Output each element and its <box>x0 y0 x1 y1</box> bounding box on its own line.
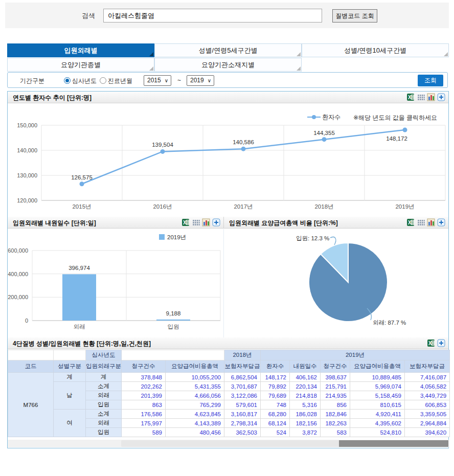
data-grid-icon[interactable] <box>417 93 425 101</box>
tab-item[interactable]: 성별/연령5세구간별 <box>154 43 302 57</box>
column-header: 입원외래구분 <box>86 360 122 373</box>
group-header-2019: 2019년 <box>261 350 450 360</box>
bar-section-header: 입원외래별 내원일수 [단위:일] X <box>8 217 224 229</box>
bar-chart-icon[interactable] <box>202 218 210 226</box>
year-to-value: 2019 <box>190 77 204 84</box>
visit-type-cell: 외래 <box>86 391 122 400</box>
bar-legend-swatch <box>159 234 165 240</box>
value-cell: 3,872 <box>290 428 321 437</box>
search-input[interactable] <box>103 9 322 22</box>
visit-type-cell: 소계 <box>86 410 122 419</box>
bar-chart-icon[interactable] <box>427 93 435 101</box>
column-header: 요양급여비용총액 <box>350 360 405 373</box>
excel-export-icon[interactable]: X <box>406 218 415 226</box>
excel-export-icon[interactable]: X <box>427 339 435 347</box>
data-point[interactable] <box>322 137 327 142</box>
visit-type-cell: 입원 <box>86 428 122 437</box>
table-title: 4단질병 성별/입원외래별 현황 [단위:명,일,건,천원] <box>13 339 151 348</box>
column-header: 청구건수 <box>122 360 166 373</box>
query-button[interactable]: 조회 <box>418 75 443 86</box>
column-header: 보험자부담금 <box>405 360 450 373</box>
value-cell: 3,449,729 <box>405 391 450 400</box>
svg-text:X: X <box>428 341 432 346</box>
data-point[interactable] <box>403 127 407 132</box>
value-cell: 79,892 <box>261 382 290 391</box>
data-point[interactable] <box>241 147 246 151</box>
data-point-label[interactable]: 126,575 <box>71 174 93 180</box>
visit-type-cell: 소계 <box>86 382 122 391</box>
tab-item[interactable]: 요양기관종별 <box>7 58 154 72</box>
data-grid-icon[interactable] <box>192 218 200 226</box>
value-cell: 68,280 <box>261 410 290 419</box>
x-axis-label: 2015년 <box>72 203 91 210</box>
y-axis-tick: 150,000 <box>17 122 37 128</box>
period-type-label: 기간구분 <box>20 77 44 85</box>
radio-audit-year-label[interactable]: 심사년도 <box>72 77 97 85</box>
expand-plus-icon[interactable] <box>437 93 445 101</box>
expand-plus-icon[interactable] <box>437 218 445 226</box>
svg-text:X: X <box>408 220 412 225</box>
expand-plus-icon[interactable] <box>437 339 445 347</box>
data-grid-icon[interactable] <box>417 218 425 226</box>
bar[interactable] <box>156 320 190 321</box>
excel-export-icon[interactable]: X <box>181 218 190 226</box>
data-point[interactable] <box>161 149 165 154</box>
data-point-label[interactable]: 148,172 <box>386 135 407 142</box>
year-from-value: 2015 <box>147 77 161 84</box>
chevron-down-icon: ∨ <box>208 76 211 85</box>
y-axis-tick: 140,000 <box>17 147 37 153</box>
tab-item[interactable]: 입원외래별 <box>7 43 154 57</box>
search-panel: 검색 질병코드 조회 <box>5 3 449 28</box>
year-to-select[interactable]: 2019 ∨ <box>187 75 214 86</box>
tab-item[interactable]: 성별/연령10세구간별 <box>302 43 449 57</box>
bar-value-label: 9,188 <box>166 310 181 316</box>
search-label: 검색 <box>82 11 95 20</box>
visit-type-cell: 외래 <box>86 419 122 428</box>
value-cell: 220,134 <box>290 382 321 391</box>
disease-code-lookup-button[interactable]: 질병코드 조회 <box>332 9 377 22</box>
table-section-header: 4단질병 성별/입원외래별 현황 [단위:명,일,건,천원] X <box>8 337 448 349</box>
line-legend-marker-icon <box>307 115 321 120</box>
data-point[interactable] <box>80 182 84 186</box>
bar-chart[interactable]: 2019년0200,000400,000600,000396,974외래9,18… <box>8 229 224 337</box>
value-cell: 182,846 <box>321 410 350 419</box>
horizontal-scrollbar[interactable] <box>8 440 449 447</box>
radio-treatment-month-label[interactable]: 진료년월 <box>108 77 132 85</box>
tab-fold-icon <box>149 52 153 56</box>
radio-treatment-month[interactable] <box>100 77 106 84</box>
value-cell: 765,299 <box>166 400 224 410</box>
scrollbar-thumb[interactable] <box>339 440 448 447</box>
value-cell: 148,172 <box>261 373 290 382</box>
value-cell: 201,399 <box>122 391 166 400</box>
value-cell: 215,791 <box>321 382 350 391</box>
bar[interactable] <box>62 274 96 321</box>
pie-section-header: 입원외래별 요양급여총액 비율 [단위:%] X <box>224 217 448 229</box>
bar-value-label: 396,974 <box>69 265 90 271</box>
data-point-label[interactable]: 140,586 <box>233 139 254 145</box>
value-cell: 524 <box>261 428 290 437</box>
tab-item[interactable]: 요양기관소재지별 <box>154 58 302 72</box>
pie-chart[interactable]: 입원: 12.3 %외래: 87.7 % <box>224 229 448 337</box>
data-point-label[interactable]: 144,355 <box>313 130 335 136</box>
column-header: 코드 <box>8 360 54 373</box>
data-point-label[interactable]: 139,504 <box>152 142 173 148</box>
line-chart[interactable]: 120,000130,000140,000150,000126,5752015년… <box>8 120 448 216</box>
value-cell: 175,997 <box>122 419 166 428</box>
value-cell: 398,637 <box>321 373 350 382</box>
value-cell: 406,162 <box>290 373 321 382</box>
content-panel: 연도별 환자수 추이 [단위:명] X 환자수 ※해당 년도의 값을 클릭하세요… <box>7 91 449 448</box>
value-cell: 186,028 <box>290 410 321 419</box>
column-header: 보험자부담금 <box>224 360 261 373</box>
bar-chart-icon[interactable] <box>427 218 435 226</box>
tilde-separator: ~ <box>177 77 181 84</box>
value-cell: 10,889,485 <box>350 373 405 382</box>
radio-audit-year[interactable] <box>64 77 71 84</box>
pie-chart-title: 입원외래별 요양급여총액 비율 [단위:%] <box>229 219 338 228</box>
expand-plus-icon[interactable] <box>212 218 220 226</box>
excel-export-icon[interactable]: X <box>406 93 415 101</box>
value-cell: 606,853 <box>405 400 450 410</box>
value-cell: 4,666,056 <box>166 391 224 400</box>
value-cell: 2,964,884 <box>405 419 450 428</box>
value-cell: 5,158,459 <box>350 391 405 400</box>
year-from-select[interactable]: 2015 ∨ <box>144 75 171 86</box>
